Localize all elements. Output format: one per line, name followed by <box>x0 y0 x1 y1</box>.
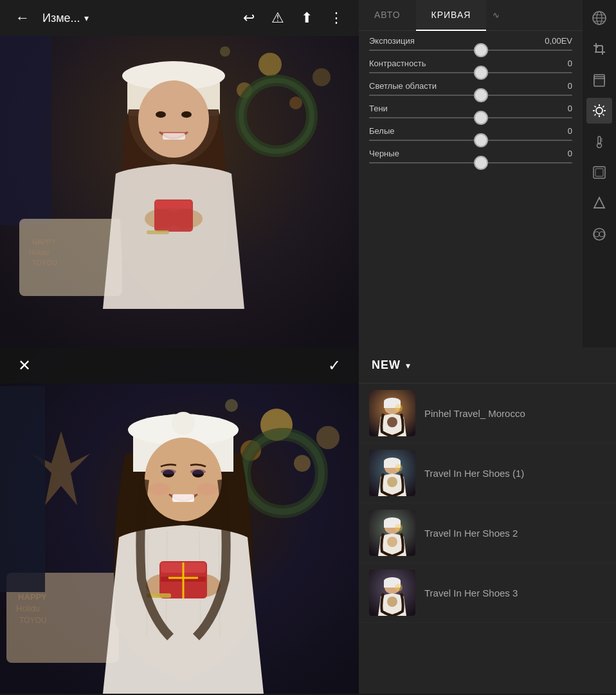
slider-track-4[interactable] <box>369 140 572 141</box>
preset-item[interactable]: Travel In Her Shoes 3 <box>359 563 616 623</box>
slider-label-0: Экспозиция <box>369 36 415 46</box>
tab-curve[interactable]: КРИВАЯ <box>416 0 487 31</box>
slider-label-2: Светлые области <box>369 81 437 91</box>
split-tone-icon[interactable] <box>586 221 612 247</box>
grain-icon[interactable] <box>586 190 612 216</box>
svg-point-76 <box>172 412 195 435</box>
slider-value-1: 0 <box>568 59 572 68</box>
preset-thumb-1 <box>369 450 415 496</box>
preset-item[interactable]: Travel In Her Shoes (1) <box>359 443 616 503</box>
more-button[interactable]: ⋮ <box>324 7 349 29</box>
preset-name-0: Pinhel Travel_ Morocco <box>424 408 525 419</box>
share-button[interactable]: ⬆ <box>296 7 318 29</box>
svg-point-4 <box>220 46 230 57</box>
svg-point-62 <box>225 399 238 412</box>
svg-point-5 <box>313 68 331 86</box>
toolbar-title: Изме... ▾ <box>42 12 230 25</box>
slider-row: Белые 0 <box>369 126 572 141</box>
curve-icon: ∿ <box>486 10 506 20</box>
slider-row: Контрастность 0 <box>369 59 572 73</box>
svg-point-84 <box>197 483 217 496</box>
grid-icon[interactable] <box>586 5 612 31</box>
svg-line-46 <box>602 106 604 107</box>
svg-point-19 <box>181 111 192 118</box>
confirm-button[interactable]: ✓ <box>323 354 346 377</box>
bottom-toolbar: ✕ ✓ <box>0 348 359 384</box>
sliders-area: Экспозиция 0,00EV Контрастность 0 Светлы… <box>359 31 583 348</box>
bottom-image-area: ✕ ✓ <box>0 348 359 694</box>
slider-thumb-2[interactable] <box>474 88 488 102</box>
svg-rect-72 <box>0 386 45 592</box>
preset-item[interactable]: Pinhel Travel_ Morocco <box>359 384 616 443</box>
svg-text:Holidu: Holidu <box>29 248 49 256</box>
preset-thumb-0 <box>369 390 415 436</box>
light-icon[interactable] <box>586 98 612 124</box>
svg-point-105 <box>387 477 397 487</box>
top-photo: HAPPY Holidu TOYOU <box>0 0 359 348</box>
svg-rect-53 <box>595 169 603 176</box>
svg-rect-38 <box>594 79 604 86</box>
svg-point-77 <box>145 438 222 521</box>
top-image-area: ← Изме... ▾ ↩ ⚠ ⬆ ⋮ <box>0 0 359 348</box>
warning-button[interactable]: ⚠ <box>266 7 289 29</box>
side-icons <box>583 0 616 348</box>
top-photo-svg: HAPPY Holidu TOYOU <box>0 0 359 348</box>
slider-thumb-3[interactable] <box>474 111 488 125</box>
slider-track-1[interactable] <box>369 72 572 73</box>
svg-text:Holidu: Holidu <box>16 604 40 613</box>
undo-button[interactable]: ↩ <box>238 7 260 29</box>
slider-value-0: 0,00EV <box>545 36 572 46</box>
slider-label-5: Черные <box>369 149 399 158</box>
svg-point-39 <box>596 107 602 114</box>
tabs-row: АВТО КРИВАЯ ∿ <box>359 0 583 31</box>
svg-point-56 <box>594 232 599 237</box>
slider-thumb-4[interactable] <box>474 133 488 147</box>
preset-thumb-2 <box>369 510 415 556</box>
slider-track-0[interactable] <box>369 50 572 51</box>
top-panel: ← Изме... ▾ ↩ ⚠ ⬆ ⋮ <box>0 0 616 348</box>
temp-icon[interactable] <box>586 129 612 154</box>
svg-rect-82 <box>172 494 194 502</box>
svg-text:HAPPY: HAPPY <box>18 592 47 602</box>
presets-header: NEW ▾ <box>359 348 616 384</box>
tab-auto[interactable]: АВТО <box>359 0 416 31</box>
svg-point-3 <box>289 97 302 109</box>
crop-icon[interactable] <box>586 36 612 62</box>
layers-icon[interactable] <box>586 67 612 93</box>
svg-point-111 <box>387 537 397 547</box>
slider-track-2[interactable] <box>369 95 572 96</box>
top-toolbar: ← Изме... ▾ ↩ ⚠ ⬆ ⋮ <box>0 0 359 36</box>
svg-line-47 <box>595 114 596 115</box>
svg-point-100 <box>395 404 403 412</box>
slider-track-3[interactable] <box>369 117 572 118</box>
slider-label-4: Белые <box>369 126 395 136</box>
title-dropdown-icon[interactable]: ▾ <box>84 13 89 23</box>
slider-thumb-5[interactable] <box>474 156 488 170</box>
slider-value-5: 0 <box>568 149 572 158</box>
preset-item[interactable]: Travel In Her Shoes 2 <box>359 503 616 563</box>
toolbar-right: ↩ ⚠ ⬆ ⋮ <box>238 7 349 29</box>
slider-thumb-0[interactable] <box>474 43 488 57</box>
svg-point-57 <box>599 232 604 237</box>
slider-label-1: Контрастность <box>369 59 426 68</box>
svg-rect-35 <box>597 46 598 48</box>
slider-row: Светлые области 0 <box>369 81 572 96</box>
back-button[interactable]: ← <box>10 7 35 29</box>
vignette-icon[interactable] <box>586 160 612 185</box>
slider-track-5[interactable] <box>369 162 572 163</box>
slider-thumb-1[interactable] <box>474 66 488 80</box>
preset-name-1: Travel In Her Shoes (1) <box>424 468 524 479</box>
presets-dropdown-icon[interactable]: ▾ <box>406 360 410 371</box>
svg-rect-8 <box>0 32 51 225</box>
svg-point-81 <box>190 469 206 474</box>
slider-label-row-3: Тени 0 <box>369 104 572 113</box>
svg-rect-24 <box>147 230 169 234</box>
svg-line-44 <box>595 106 596 107</box>
slider-label-row-1: Контрастность 0 <box>369 59 572 68</box>
presets-list: Pinhel Travel_ Morocco <box>359 384 616 694</box>
bottom-panel: ✕ ✓ <box>0 348 616 694</box>
svg-point-1 <box>258 53 282 76</box>
close-button[interactable]: ✕ <box>13 354 36 377</box>
svg-point-17 <box>138 80 209 158</box>
edit-panel: АВТО КРИВАЯ ∿ Экспозиция 0,00EV Контраст… <box>359 0 616 348</box>
